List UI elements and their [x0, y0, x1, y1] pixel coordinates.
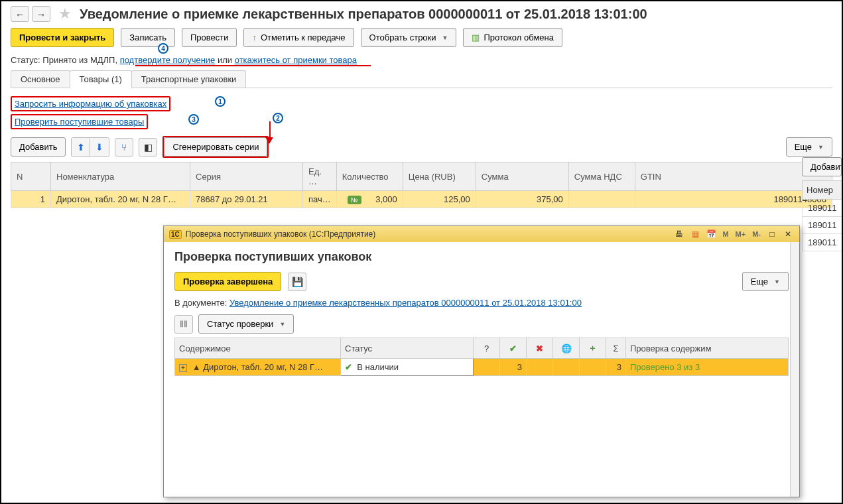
col-nomenclature[interactable]: Номенклатура: [51, 162, 190, 191]
check-icon: ✔: [345, 362, 352, 372]
col-series[interactable]: Серия: [190, 162, 303, 191]
side-table: Номер 189011 189011 189011: [802, 180, 842, 251]
doc-label: В документе:: [174, 298, 227, 308]
app-icon: 1C: [169, 230, 182, 239]
add-row-button[interactable]: Добавить: [11, 137, 66, 157]
memory-mminus-button[interactable]: M-: [751, 230, 762, 238]
grid-icon[interactable]: ▦: [689, 229, 701, 239]
scrollbar[interactable]: [790, 242, 799, 497]
table-row[interactable]: 189011: [803, 200, 842, 217]
check-results-table: Содержимое Статус ? ✔ ✖ 🌐 ＋ Σ Проверка с…: [174, 338, 789, 376]
window-title: Проверка поступивших упаковок (1С:Предпр…: [186, 229, 375, 239]
document-icon: ▥: [472, 32, 480, 42]
col-question[interactable]: ?: [474, 338, 500, 359]
back-button[interactable]: ←: [11, 6, 29, 22]
annotation-arrowhead: [265, 137, 273, 144]
add-row-button-side[interactable]: Добавить: [802, 157, 842, 176]
callout-4: 4: [158, 43, 168, 54]
chevron-down-icon: ▼: [774, 279, 780, 285]
col-qty[interactable]: Количество: [336, 162, 403, 191]
calendar-icon[interactable]: 📅: [705, 229, 717, 239]
cross-icon: ✖: [536, 344, 543, 353]
document-link[interactable]: Уведомление о приемке лекарственных преп…: [229, 298, 582, 308]
col-check-content[interactable]: Проверка содержим: [626, 338, 789, 359]
callout-2: 2: [273, 113, 283, 123]
maximize-icon[interactable]: □: [766, 229, 778, 239]
table-row[interactable]: 189011: [803, 217, 842, 234]
plus-icon: ＋: [588, 343, 597, 353]
callout-1: 1: [215, 96, 226, 107]
col-sigma[interactable]: Σ: [606, 338, 626, 359]
reject-receipt-link[interactable]: откажитесь от приемки товара: [235, 55, 357, 65]
col-check[interactable]: ✔: [500, 338, 527, 359]
globe-icon: 🌐: [561, 344, 572, 353]
col-cross[interactable]: ✖: [527, 338, 553, 359]
col-content[interactable]: Содержимое: [175, 338, 341, 359]
memory-m-button[interactable]: M: [721, 230, 730, 238]
memory-mplus-button[interactable]: M+: [734, 230, 747, 238]
modal-more-button[interactable]: Еще ▼: [742, 272, 789, 291]
expand-icon[interactable]: +: [179, 364, 187, 372]
chevron-down-icon: ▼: [818, 144, 824, 151]
col-sum[interactable]: Сумма: [476, 162, 568, 191]
tab-goods[interactable]: Товары (1): [70, 70, 132, 88]
filter-button[interactable]: ⑂: [115, 138, 133, 157]
star-icon[interactable]: ★: [58, 5, 72, 23]
tab-packages[interactable]: Транспортные упаковки: [131, 70, 247, 88]
chevron-down-icon: ▼: [442, 34, 448, 41]
check-incoming-goods-link[interactable]: Проверить поступившие товары: [15, 117, 144, 127]
post-button[interactable]: Провести: [182, 28, 237, 47]
page-title: Уведомление о приемке лекарственных преп…: [80, 7, 647, 22]
request-package-info-link[interactable]: Запросить информацию об упаковках: [15, 99, 166, 109]
select-rows-button[interactable]: Отобрать строки ▼: [361, 28, 457, 47]
generate-series-button[interactable]: Сгенерировать серии: [164, 137, 267, 157]
check-packages-dialog: 1C Проверка поступивших упаковок (1С:Пре…: [163, 225, 800, 497]
status-label: Статус:: [11, 55, 40, 65]
forward-button[interactable]: →: [32, 6, 50, 22]
dialog-title: Проверка поступивших упаковок: [174, 250, 789, 264]
col-unit[interactable]: Ед. …: [303, 162, 337, 191]
post-and-close-button[interactable]: Провести и закрыть: [11, 28, 114, 47]
arrow-up-icon: ↑: [252, 32, 257, 42]
col-plus[interactable]: ＋: [580, 338, 606, 359]
mark-transfer-button[interactable]: ↑ Отметить к передаче: [243, 28, 354, 47]
col-globe[interactable]: 🌐: [553, 338, 580, 359]
chevron-down-icon: ▼: [279, 321, 285, 328]
callout-3: 3: [188, 114, 199, 125]
col-n[interactable]: N: [11, 162, 51, 191]
more-button[interactable]: Еще ▼: [786, 137, 832, 157]
table-row[interactable]: 1 Диротон, табл. 20 мг, N 28 Г… 78687 до…: [11, 191, 832, 208]
print-icon[interactable]: 🖶: [673, 229, 685, 239]
table-row[interactable]: + ▲ Диротон, табл. 20 мг, N 28 Г… ✔ В на…: [175, 359, 789, 376]
col-number[interactable]: Номер: [803, 181, 842, 200]
package-icon: ▲: [192, 362, 201, 372]
number-badge-icon: №: [348, 196, 361, 204]
check-complete-button[interactable]: Проверка завершена: [174, 272, 281, 291]
col-vat[interactable]: Сумма НДС: [568, 162, 635, 191]
check-icon: ✔: [509, 344, 517, 353]
tab-main[interactable]: Основное: [11, 70, 70, 88]
barcode-icon-button[interactable]: ⦀⦀: [174, 315, 193, 334]
col-price[interactable]: Цена (RUB): [403, 162, 476, 191]
exchange-protocol-button[interactable]: ▥ Протокол обмена: [463, 28, 562, 47]
check-status-button[interactable]: Статус проверки ▼: [198, 314, 294, 334]
close-icon[interactable]: ✕: [782, 229, 794, 239]
table-row[interactable]: 189011: [803, 234, 842, 251]
move-up-button[interactable]: ⬆: [72, 138, 90, 157]
col-status[interactable]: Статус: [341, 338, 474, 359]
status-value: Принято из МДЛП,: [42, 55, 117, 65]
save-icon-button[interactable]: 💾: [288, 273, 306, 291]
scan-button[interactable]: ◧: [139, 138, 157, 157]
confirm-receipt-link[interactable]: подтвердите получение: [120, 55, 216, 65]
goods-table: N Номенклатура Серия Ед. … Количество Це…: [11, 162, 832, 208]
annotation-underline: [135, 65, 371, 66]
move-down-button[interactable]: ⬇: [90, 138, 109, 157]
